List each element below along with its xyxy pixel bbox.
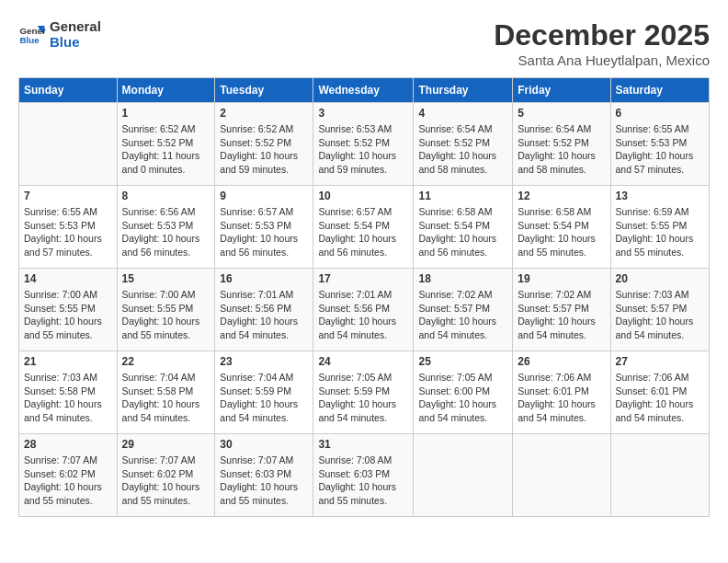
day-number: 11 — [418, 190, 507, 202]
day-info: Sunrise: 6:57 AMSunset: 5:53 PMDaylight:… — [220, 205, 308, 259]
day-info: Sunrise: 7:01 AMSunset: 5:56 PMDaylight:… — [318, 288, 408, 342]
day-number: 16 — [220, 272, 308, 285]
calendar-cell: 11Sunrise: 6:58 AMSunset: 5:54 PMDayligh… — [414, 186, 513, 269]
day-number: 12 — [518, 190, 605, 202]
day-info: Sunrise: 6:53 AMSunset: 5:52 PMDaylight:… — [318, 122, 408, 177]
calendar-cell: 29Sunrise: 7:07 AMSunset: 6:02 PMDayligh… — [117, 434, 215, 517]
calendar-cell: 2Sunrise: 6:52 AMSunset: 5:52 PMDaylight… — [215, 103, 313, 186]
calendar-cell: 30Sunrise: 7:07 AMSunset: 6:03 PMDayligh… — [215, 434, 313, 517]
logo-general-text: General — [50, 18, 101, 34]
day-number: 15 — [122, 272, 210, 285]
day-info: Sunrise: 7:08 AMSunset: 6:03 PMDaylight:… — [318, 454, 408, 508]
weekday-header-wednesday: Wednesday — [313, 78, 414, 103]
page-header: General Blue General Blue December 2025 … — [18, 18, 710, 68]
day-number: 5 — [518, 107, 605, 120]
day-number: 13 — [616, 190, 705, 202]
calendar-cell: 28Sunrise: 7:07 AMSunset: 6:02 PMDayligh… — [19, 434, 118, 517]
logo-icon: General Blue — [18, 20, 46, 48]
day-info: Sunrise: 6:54 AMSunset: 5:52 PMDaylight:… — [418, 122, 507, 177]
logo-blue-text: Blue — [50, 34, 101, 50]
day-info: Sunrise: 6:58 AMSunset: 5:54 PMDaylight:… — [518, 205, 605, 259]
day-number: 30 — [220, 438, 308, 451]
calendar-cell: 7Sunrise: 6:55 AMSunset: 5:53 PMDaylight… — [19, 186, 118, 269]
day-number: 22 — [122, 355, 210, 368]
month-title: December 2025 — [494, 18, 710, 52]
day-info: Sunrise: 7:05 AMSunset: 6:00 PMDaylight:… — [418, 371, 507, 425]
day-info: Sunrise: 7:03 AMSunset: 5:57 PMDaylight:… — [616, 288, 705, 342]
title-block: December 2025 Santa Ana Hueytlalpan, Mex… — [494, 18, 710, 68]
calendar-cell: 17Sunrise: 7:01 AMSunset: 5:56 PMDayligh… — [313, 269, 414, 351]
day-info: Sunrise: 7:05 AMSunset: 5:59 PMDaylight:… — [318, 371, 408, 425]
calendar-cell: 10Sunrise: 6:57 AMSunset: 5:54 PMDayligh… — [313, 186, 414, 269]
day-number: 21 — [24, 355, 112, 368]
calendar-cell: 9Sunrise: 6:57 AMSunset: 5:53 PMDaylight… — [215, 186, 313, 269]
calendar-cell — [19, 103, 118, 186]
day-info: Sunrise: 6:55 AMSunset: 5:53 PMDaylight:… — [24, 205, 112, 259]
day-info: Sunrise: 7:02 AMSunset: 5:57 PMDaylight:… — [518, 288, 605, 342]
day-number: 6 — [616, 107, 705, 120]
day-number: 19 — [518, 272, 605, 285]
calendar-cell: 23Sunrise: 7:04 AMSunset: 5:59 PMDayligh… — [215, 351, 313, 434]
day-number: 25 — [418, 355, 507, 368]
day-number: 2 — [220, 107, 308, 120]
calendar-cell — [610, 434, 710, 517]
calendar-cell: 3Sunrise: 6:53 AMSunset: 5:52 PMDaylight… — [313, 103, 414, 186]
day-number: 10 — [318, 190, 408, 202]
day-info: Sunrise: 6:56 AMSunset: 5:53 PMDaylight:… — [122, 205, 210, 259]
calendar-cell: 25Sunrise: 7:05 AMSunset: 6:00 PMDayligh… — [414, 351, 513, 434]
weekday-header-saturday: Saturday — [610, 78, 710, 103]
calendar-cell: 20Sunrise: 7:03 AMSunset: 5:57 PMDayligh… — [610, 269, 710, 351]
day-info: Sunrise: 6:52 AMSunset: 5:52 PMDaylight:… — [220, 122, 308, 177]
calendar-week-row: 28Sunrise: 7:07 AMSunset: 6:02 PMDayligh… — [19, 434, 710, 517]
calendar-cell: 31Sunrise: 7:08 AMSunset: 6:03 PMDayligh… — [313, 434, 414, 517]
svg-text:Blue: Blue — [20, 35, 40, 45]
day-info: Sunrise: 6:55 AMSunset: 5:53 PMDaylight:… — [616, 122, 705, 177]
day-number: 14 — [24, 272, 112, 285]
logo: General Blue General Blue — [18, 18, 101, 50]
day-info: Sunrise: 7:02 AMSunset: 5:57 PMDaylight:… — [418, 288, 507, 342]
calendar-table: SundayMondayTuesdayWednesdayThursdayFrid… — [18, 77, 710, 517]
calendar-cell — [513, 434, 610, 517]
calendar-cell: 24Sunrise: 7:05 AMSunset: 5:59 PMDayligh… — [313, 351, 414, 434]
day-info: Sunrise: 6:57 AMSunset: 5:54 PMDaylight:… — [318, 205, 408, 259]
day-number: 20 — [616, 272, 705, 285]
day-number: 18 — [418, 272, 507, 285]
calendar-cell: 4Sunrise: 6:54 AMSunset: 5:52 PMDaylight… — [414, 103, 513, 186]
location: Santa Ana Hueytlalpan, Mexico — [494, 52, 710, 68]
day-number: 29 — [122, 438, 210, 451]
calendar-cell: 13Sunrise: 6:59 AMSunset: 5:55 PMDayligh… — [610, 186, 710, 269]
calendar-week-row: 7Sunrise: 6:55 AMSunset: 5:53 PMDaylight… — [19, 186, 710, 269]
day-info: Sunrise: 7:07 AMSunset: 6:02 PMDaylight:… — [24, 454, 112, 508]
day-number: 17 — [318, 272, 408, 285]
day-number: 23 — [220, 355, 308, 368]
weekday-header-monday: Monday — [117, 78, 215, 103]
calendar-cell: 14Sunrise: 7:00 AMSunset: 5:55 PMDayligh… — [19, 269, 118, 351]
day-info: Sunrise: 7:01 AMSunset: 5:56 PMDaylight:… — [220, 288, 308, 342]
calendar-week-row: 1Sunrise: 6:52 AMSunset: 5:52 PMDaylight… — [19, 103, 710, 186]
calendar-cell: 12Sunrise: 6:58 AMSunset: 5:54 PMDayligh… — [513, 186, 610, 269]
day-info: Sunrise: 6:54 AMSunset: 5:52 PMDaylight:… — [518, 122, 605, 177]
day-info: Sunrise: 7:04 AMSunset: 5:59 PMDaylight:… — [220, 371, 308, 425]
day-number: 9 — [220, 190, 308, 202]
calendar-cell: 22Sunrise: 7:04 AMSunset: 5:58 PMDayligh… — [117, 351, 215, 434]
calendar-cell: 6Sunrise: 6:55 AMSunset: 5:53 PMDaylight… — [610, 103, 710, 186]
weekday-header-row: SundayMondayTuesdayWednesdayThursdayFrid… — [19, 78, 710, 103]
day-number: 26 — [518, 355, 605, 368]
day-info: Sunrise: 6:58 AMSunset: 5:54 PMDaylight:… — [418, 205, 507, 259]
calendar-cell: 27Sunrise: 7:06 AMSunset: 6:01 PMDayligh… — [610, 351, 710, 434]
calendar-cell: 18Sunrise: 7:02 AMSunset: 5:57 PMDayligh… — [414, 269, 513, 351]
day-number: 27 — [616, 355, 705, 368]
calendar-cell: 5Sunrise: 6:54 AMSunset: 5:52 PMDaylight… — [513, 103, 610, 186]
calendar-cell: 15Sunrise: 7:00 AMSunset: 5:55 PMDayligh… — [117, 269, 215, 351]
day-number: 8 — [122, 190, 210, 202]
calendar-cell: 8Sunrise: 6:56 AMSunset: 5:53 PMDaylight… — [117, 186, 215, 269]
calendar-cell — [414, 434, 513, 517]
day-info: Sunrise: 7:07 AMSunset: 6:03 PMDaylight:… — [220, 454, 308, 508]
day-number: 31 — [318, 438, 408, 451]
day-number: 1 — [122, 107, 210, 120]
day-info: Sunrise: 7:04 AMSunset: 5:58 PMDaylight:… — [122, 371, 210, 425]
weekday-header-sunday: Sunday — [19, 78, 118, 103]
day-info: Sunrise: 7:07 AMSunset: 6:02 PMDaylight:… — [122, 454, 210, 508]
day-number: 4 — [418, 107, 507, 120]
day-info: Sunrise: 6:52 AMSunset: 5:52 PMDaylight:… — [122, 122, 210, 177]
